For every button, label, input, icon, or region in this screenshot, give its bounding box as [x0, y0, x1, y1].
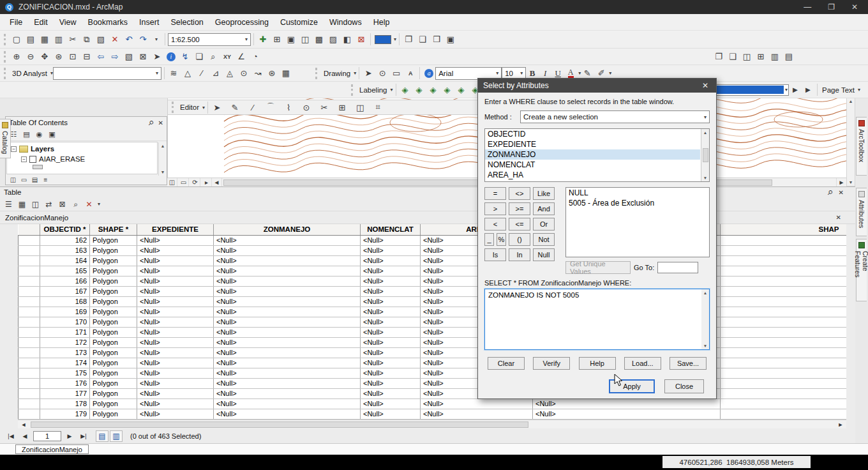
refresh-view-icon[interactable]: ⟳: [190, 178, 200, 186]
label-manager-icon[interactable]: ◈: [399, 84, 412, 96]
arctoolbox-tab[interactable]: ArcToolbox: [856, 117, 867, 176]
menu-item[interactable]: Edit: [28, 16, 54, 29]
attributes-tab[interactable]: Attributes: [856, 188, 867, 236]
extent-bookmarks-icon[interactable]: ▣: [444, 33, 457, 46]
operator-button[interactable]: <=: [509, 218, 530, 231]
table-row[interactable]: 172 Polygon <Null> <Null> <Null> <Null> …: [19, 337, 847, 347]
chevron-down-icon[interactable]: ▾: [609, 70, 611, 76]
editor-toolbar-label[interactable]: Editor: [178, 103, 201, 111]
rectangle-tool-icon[interactable]: ▭: [390, 67, 403, 80]
goto-input[interactable]: [657, 262, 698, 273]
show-selected-records-icon[interactable]: ▥: [110, 430, 123, 442]
hyperlink-icon[interactable]: ↯: [179, 50, 191, 63]
operator-button[interactable]: And: [533, 202, 555, 215]
close-icon[interactable]: ✕: [836, 214, 841, 221]
layer-symbol-swatch[interactable]: [33, 165, 43, 169]
operator-button[interactable]: >=: [509, 202, 530, 215]
analyst-toolbar-label[interactable]: 3D Analyst: [10, 70, 49, 77]
pause-drawing-icon[interactable]: ▸: [202, 178, 212, 186]
identify-icon[interactable]: i: [167, 52, 176, 61]
pin-icon[interactable]: ⚲: [147, 119, 155, 127]
split-tool-icon[interactable]: ✂: [318, 101, 331, 114]
scroll-down-icon[interactable]: ▼: [703, 176, 707, 180]
row-selector-cell[interactable]: [19, 245, 40, 255]
clear-table-selection-icon[interactable]: ⊠: [56, 199, 68, 210]
table-row[interactable]: 178 Polygon <Null> <Null> <Null> <Null> …: [19, 398, 847, 409]
close-button[interactable]: Close: [664, 379, 704, 393]
endpoint-arc-icon[interactable]: ⌒: [264, 101, 277, 114]
menu-item[interactable]: Insert: [133, 16, 165, 29]
fields-scrollbar[interactable]: ▲ ▼: [701, 129, 709, 181]
verify-button[interactable]: Verify: [533, 357, 570, 370]
menu-item[interactable]: Customize: [274, 16, 324, 29]
related-tables-icon[interactable]: ▦: [16, 199, 28, 210]
table-row[interactable]: 173 Polygon <Null> <Null> <Null> <Null> …: [19, 347, 847, 358]
labeling-toolbar-label[interactable]: Labeling: [357, 86, 389, 94]
value-item[interactable]: NULL: [566, 188, 709, 198]
row-selector-cell[interactable]: [19, 388, 40, 398]
delete-selected-icon[interactable]: ✕: [83, 199, 95, 210]
collapse-icon[interactable]: −: [21, 156, 27, 162]
table-bottom-tab[interactable]: ZonificacionManejo: [15, 444, 89, 454]
copy-icon[interactable]: ⧉: [80, 33, 93, 46]
method-combobox[interactable]: Create a new selection ▾: [520, 110, 710, 123]
contour-icon[interactable]: ◬: [223, 67, 236, 80]
arctoolbox-icon[interactable]: ⊠: [355, 33, 368, 46]
label-weight-icon[interactable]: ◈: [427, 84, 440, 96]
row-selector-cell[interactable]: [19, 358, 40, 368]
cut-icon[interactable]: ✂: [66, 33, 79, 46]
table-row[interactable]: 166 Polygon <Null> <Null> <Null> <Null> …: [19, 276, 847, 286]
scrollbar-thumb[interactable]: [703, 148, 708, 162]
toc-layer-node[interactable]: − AIAR_ERASE: [7, 154, 157, 164]
new-map-icon[interactable]: ▢: [10, 33, 23, 46]
maximize-button[interactable]: ❐: [828, 3, 835, 11]
chevron-down-icon[interactable]: ▾: [390, 87, 393, 93]
layer-visibility-checkbox[interactable]: [29, 156, 36, 163]
table-row[interactable]: 167 Polygon <Null> <Null> <Null> <Null> …: [19, 286, 847, 296]
list-by-source-icon[interactable]: ▤: [21, 129, 32, 140]
attributes-window-icon[interactable]: ◫: [354, 101, 366, 114]
time-slider-icon[interactable]: ◔: [249, 50, 262, 63]
table-row[interactable]: 179 Polygon <Null> <Null> <Null> <Null> …: [19, 409, 847, 419]
pixel-inspector-icon[interactable]: ⊞: [754, 50, 767, 63]
extrude-icon[interactable]: ▦: [280, 67, 292, 80]
zoom-to-selected-icon[interactable]: ⌕: [70, 199, 82, 210]
create-features-icon[interactable]: ⊞: [336, 101, 348, 114]
operator-button[interactable]: (): [509, 233, 530, 246]
table-horizontal-scrollbar[interactable]: ◄ ►: [18, 420, 846, 428]
table-row[interactable]: 174 Polygon <Null> <Null> <Null> <Null> …: [19, 358, 847, 368]
toc-grid-view-icon[interactable]: ▤: [30, 175, 40, 184]
line-of-sight-icon[interactable]: ∕: [195, 67, 208, 80]
full-extent-icon[interactable]: ⊛: [52, 50, 65, 63]
grid-column-header[interactable]: ZONMANEJO: [214, 224, 361, 235]
search-window-icon[interactable]: ◧: [341, 33, 354, 46]
find-icon[interactable]: ⌕: [207, 50, 220, 63]
show-all-records-icon[interactable]: ▤: [96, 430, 108, 442]
value-item[interactable]: 5005 - Área de Exclusión: [566, 198, 709, 208]
page-text-style-combobox[interactable]: ▾: [707, 84, 789, 96]
rotate-graphics-icon[interactable]: ⊙: [376, 67, 389, 80]
zoom-out-icon[interactable]: ⊖: [24, 50, 37, 63]
current-record-input[interactable]: 1: [33, 431, 61, 441]
map-vertical-scrollbar[interactable]: ▲ ▼: [846, 97, 855, 186]
scroll-down-icon[interactable]: ▼: [849, 180, 853, 185]
table-sheet-name[interactable]: ZonificacionManejo: [5, 214, 68, 222]
table-row[interactable]: 165 Polygon <Null> <Null> <Null> <Null> …: [19, 266, 847, 276]
table-row[interactable]: 177 Polygon <Null> <Null> <Null> <Null> …: [19, 388, 847, 398]
operator-button[interactable]: =: [484, 187, 506, 200]
scroll-up-icon[interactable]: ▲: [703, 291, 707, 295]
profile-graph-icon[interactable]: ↝: [251, 67, 264, 80]
operator-button[interactable]: %: [497, 233, 506, 246]
scroll-up-icon[interactable]: ▲: [703, 130, 707, 135]
catalog-tab[interactable]: Catalog: [0, 119, 11, 158]
edit-annotation-icon[interactable]: ✎: [228, 101, 241, 114]
image-analysis-icon[interactable]: ▥: [768, 50, 781, 63]
row-selector-cell[interactable]: [19, 235, 40, 245]
operator-button[interactable]: _: [484, 233, 494, 246]
menu-item[interactable]: File: [4, 16, 28, 29]
toolbar-grip[interactable]: [315, 68, 318, 79]
scrollbar-thumb[interactable]: [31, 421, 528, 428]
table-window-icon[interactable]: ▣: [285, 33, 297, 46]
viewshed-icon[interactable]: ⊙: [237, 67, 250, 80]
fixed-zoom-out-icon[interactable]: ⊟: [80, 50, 93, 63]
